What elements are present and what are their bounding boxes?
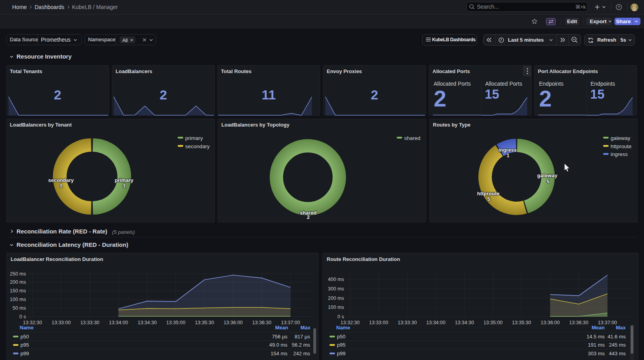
svg-text:primary: primary <box>185 135 203 141</box>
svg-text:ingress: ingress <box>499 147 517 153</box>
svg-text:shared: shared <box>404 135 420 141</box>
svg-text:0 s: 0 s <box>19 314 26 320</box>
svg-text:gateway: gateway <box>537 173 558 178</box>
svg-text:13:36:00: 13:36:00 <box>541 320 560 325</box>
svg-text:13:35:30: 13:35:30 <box>195 320 214 325</box>
svg-text:5: 5 <box>487 196 490 202</box>
svg-text:13:35:30: 13:35:30 <box>512 320 531 325</box>
svg-text:13:33:00: 13:33:00 <box>52 320 71 325</box>
svg-text:13:33:30: 13:33:30 <box>80 320 99 325</box>
svg-text:primary: primary <box>115 177 134 183</box>
svg-text:300 ms: 300 ms <box>328 286 344 292</box>
svg-text:p99: p99 <box>337 351 346 356</box>
svg-text:secondary: secondary <box>185 143 210 149</box>
svg-text:13:36:30: 13:36:30 <box>252 320 272 325</box>
svg-text:13:34:00: 13:34:00 <box>426 320 445 325</box>
svg-text:httproute: httproute <box>477 191 499 197</box>
svg-text:httproute: httproute <box>611 143 631 149</box>
svg-text:756 µs: 756 µs <box>272 334 288 340</box>
svg-text:13:36:30: 13:36:30 <box>569 320 589 325</box>
svg-text:41.6 ms: 41.6 ms <box>607 334 626 340</box>
svg-text:13:33:00: 13:33:00 <box>369 320 388 325</box>
svg-text:p95: p95 <box>337 342 346 348</box>
svg-text:p50: p50 <box>20 334 29 340</box>
svg-text:200 ms: 200 ms <box>328 296 344 301</box>
svg-text:56.2 ms: 56.2 ms <box>292 342 310 348</box>
svg-text:13:33:30: 13:33:30 <box>397 320 417 325</box>
svg-text:1: 1 <box>123 183 125 189</box>
svg-text:154 ms: 154 ms <box>270 351 287 356</box>
svg-text:1: 1 <box>59 183 62 189</box>
svg-text:50 ms: 50 ms <box>13 305 26 311</box>
svg-text:2: 2 <box>307 214 309 220</box>
svg-text:Mean: Mean <box>275 325 288 331</box>
svg-text:Name: Name <box>336 325 350 331</box>
svg-text:Mean: Mean <box>592 325 605 331</box>
svg-text:303 ms: 303 ms <box>588 351 605 356</box>
svg-text:49.0 ms: 49.0 ms <box>269 342 288 348</box>
svg-text:p99: p99 <box>20 351 29 356</box>
svg-text:191 ms: 191 ms <box>588 342 605 348</box>
svg-text:250 ms: 250 ms <box>10 271 26 277</box>
svg-text:400 ms: 400 ms <box>328 277 344 282</box>
svg-text:13:36:00: 13:36:00 <box>224 320 243 325</box>
svg-text:100 ms: 100 ms <box>10 297 26 302</box>
svg-text:817 µs: 817 µs <box>294 334 310 340</box>
svg-text:443 ms: 443 ms <box>609 351 626 356</box>
svg-text:150 ms: 150 ms <box>10 288 26 294</box>
svg-text:Name: Name <box>20 325 33 331</box>
svg-text:Max: Max <box>616 325 626 331</box>
svg-text:13:34:30: 13:34:30 <box>138 320 157 325</box>
svg-text:Max: Max <box>300 325 311 331</box>
svg-text:13:35:00: 13:35:00 <box>166 320 186 325</box>
svg-text:13:34:30: 13:34:30 <box>455 320 474 325</box>
svg-text:13:34:00: 13:34:00 <box>109 320 128 325</box>
svg-text:ingress: ingress <box>611 151 628 157</box>
svg-text:245 ms: 245 ms <box>609 342 626 348</box>
svg-text:13:35:00: 13:35:00 <box>484 320 503 325</box>
svg-text:0 s: 0 s <box>337 314 344 320</box>
svg-text:5: 5 <box>546 178 549 184</box>
svg-text:242 ms: 242 ms <box>293 351 310 356</box>
svg-text:secondary: secondary <box>48 177 74 183</box>
svg-text:1: 1 <box>506 152 509 158</box>
svg-text:200 ms: 200 ms <box>10 279 26 285</box>
svg-text:100 ms: 100 ms <box>328 305 344 310</box>
svg-text:p50: p50 <box>337 334 346 340</box>
svg-text:14.5 ms: 14.5 ms <box>587 334 605 340</box>
svg-text:gateway: gateway <box>611 135 631 141</box>
svg-text:p95: p95 <box>20 342 29 348</box>
